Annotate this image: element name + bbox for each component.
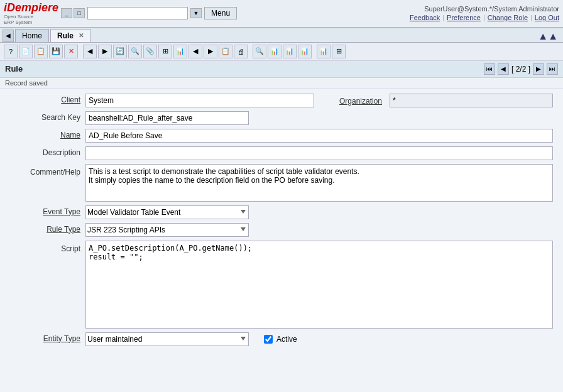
minimize-btn[interactable]: _	[61, 8, 72, 18]
logo: iDempiere Open SourceERP System	[4, 1, 58, 26]
active-row: Active	[264, 335, 297, 344]
client-input[interactable]	[85, 94, 314, 107]
url-bar[interactable]	[87, 7, 188, 19]
tb-save-btn[interactable]: 💾	[49, 45, 63, 58]
search-key-row: Search Key	[10, 111, 553, 125]
tab-bar: ◀ Home Rule ✕ ▲▲	[0, 28, 563, 43]
form-title: Rule	[5, 64, 23, 74]
window-controls: _ □	[61, 8, 85, 18]
tb-find-btn[interactable]: 🔍	[128, 45, 142, 58]
tab-close-rule[interactable]: ✕	[79, 32, 84, 39]
top-links: Feedback | Preference | Change Role | Lo…	[410, 14, 559, 21]
tb-extra1-btn[interactable]: 📊	[317, 45, 331, 58]
tb-help-btn[interactable]: ?	[4, 45, 18, 58]
client-label: Client	[10, 94, 85, 104]
script-row: Script A_PO.setDescription(A_PO.getName(…	[10, 241, 553, 329]
search-key-input[interactable]	[85, 111, 249, 125]
description-label: Description	[10, 146, 85, 157]
tb-refresh-btn[interactable]: 🔄	[113, 45, 127, 58]
menu-button[interactable]: Menu	[204, 7, 237, 19]
form-body: Client Organization Search Key Name De	[0, 89, 563, 355]
org-input[interactable]	[390, 94, 553, 107]
rule-type-row: Rule Type JSR 223 Scripting APIs	[10, 223, 553, 237]
nav-next-btn[interactable]: ▶	[533, 63, 544, 75]
nav-controls: ⏮ ◀ [ 2/2 ] ▶ ⏭	[484, 63, 558, 75]
logo-area: iDempiere Open SourceERP System _ □ ▼ Me…	[4, 1, 237, 26]
script-textarea[interactable]: A_PO.setDescription(A_PO.getName()); res…	[85, 241, 553, 329]
tb-copy-btn[interactable]: 📋	[34, 45, 48, 58]
record-info: [ 2/2 ]	[511, 65, 530, 74]
menu-area: ▼ Menu	[87, 7, 237, 19]
entity-type-label: Entity Type	[10, 332, 85, 343]
description-row: Description	[10, 146, 553, 160]
tb-delete-btn[interactable]: ✕	[64, 45, 78, 58]
tb-extra2-btn[interactable]: ⊞	[332, 45, 346, 58]
name-row: Name	[10, 129, 553, 143]
entity-type-row: Entity Type User maintained Active	[10, 332, 553, 346]
tb-redo-btn[interactable]: ▶	[98, 45, 112, 58]
tab-home[interactable]: Home	[15, 29, 49, 42]
search-key-label: Search Key	[10, 111, 85, 122]
entity-type-select[interactable]: User maintained	[85, 332, 249, 346]
change-role-link[interactable]: Change Role	[488, 14, 528, 21]
comment-textarea[interactable]: This is a test script to demonstrate the…	[85, 164, 553, 202]
tb-report2-btn[interactable]: 📊	[283, 45, 297, 58]
tb-print-btn[interactable]: 🖨	[234, 45, 248, 58]
event-type-select[interactable]: Model Validator Table Event	[85, 205, 249, 219]
toolbar: ? 📄 📋 💾 ✕ ◀ ▶ 🔄 🔍 📎 ⊞ 📊 ◀ ▶ 📋 🖨 🔍 📊 📊 📊 …	[0, 43, 563, 61]
event-type-label: Event Type	[10, 205, 85, 216]
name-input[interactable]	[85, 129, 553, 143]
preference-link[interactable]: Preference	[447, 14, 481, 21]
feedback-link[interactable]: Feedback	[410, 14, 440, 21]
main-content: Rule ⏮ ◀ [ 2/2 ] ▶ ⏭ Record saved Client…	[0, 61, 563, 392]
client-org-row: Client Organization	[10, 94, 553, 107]
tb-zoom-btn[interactable]: 🔍	[253, 45, 266, 58]
event-type-row: Event Type Model Validator Table Event	[10, 205, 553, 219]
org-label: Organization	[324, 95, 387, 106]
tb-prev-btn[interactable]: ◀	[189, 45, 202, 58]
top-bar: iDempiere Open SourceERP System _ □ ▼ Me…	[0, 0, 563, 28]
comment-row: Comment/Help This is a test script to de…	[10, 164, 553, 202]
name-label: Name	[10, 129, 85, 139]
comment-label: Comment/Help	[10, 164, 85, 177]
form-header: Rule ⏮ ◀ [ 2/2 ] ▶ ⏭	[0, 61, 563, 78]
tb-detail-btn[interactable]: 📋	[219, 45, 232, 58]
tb-grid-btn[interactable]: ⊞	[158, 45, 172, 58]
script-label: Script	[10, 241, 85, 253]
url-dropdown-btn[interactable]: ▼	[190, 8, 202, 18]
tb-undo-btn[interactable]: ◀	[83, 45, 97, 58]
rule-type-label: Rule Type	[10, 223, 85, 234]
active-checkbox[interactable]	[264, 335, 273, 344]
record-status: Record saved	[5, 79, 48, 87]
logout-link[interactable]: Log Out	[535, 14, 559, 21]
user-info: SuperUser@System.*/System Administrator	[424, 5, 559, 13]
tab-rule[interactable]: Rule ✕	[50, 29, 90, 42]
tab-nav-left[interactable]: ◀	[3, 30, 14, 42]
nav-prev-btn[interactable]: ◀	[498, 63, 509, 75]
description-input[interactable]	[85, 146, 553, 160]
rule-type-select[interactable]: JSR 223 Scripting APIs	[85, 223, 249, 237]
nav-last-btn[interactable]: ⏭	[547, 63, 558, 75]
tb-new-btn[interactable]: 📄	[19, 45, 33, 58]
status-bar: Record saved	[0, 78, 563, 89]
nav-first-btn[interactable]: ⏮	[484, 63, 495, 75]
collapse-btn[interactable]: ▲▲	[535, 31, 560, 42]
tb-chart-btn[interactable]: 📊	[173, 45, 187, 58]
tb-report3-btn[interactable]: 📊	[298, 45, 312, 58]
tb-next-btn[interactable]: ▶	[204, 45, 217, 58]
maximize-btn[interactable]: □	[74, 8, 85, 18]
tb-report1-btn[interactable]: 📊	[268, 45, 282, 58]
tb-attach-btn[interactable]: 📎	[143, 45, 157, 58]
active-label: Active	[276, 335, 297, 344]
